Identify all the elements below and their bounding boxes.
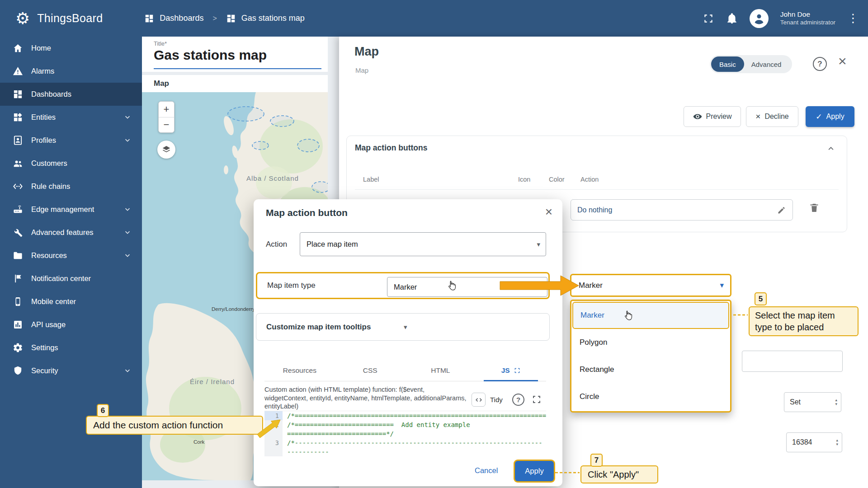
partial-input-field[interactable] xyxy=(742,351,843,372)
column-label: Label xyxy=(363,176,379,183)
sidebar-item-notification-center[interactable]: Notification center xyxy=(0,267,142,290)
count-stepper[interactable]: 16384 ▴▾ xyxy=(786,432,842,452)
editor-tabs: Resources CSS HTML JS xyxy=(264,360,546,381)
apply-button[interactable]: ✓ Apply xyxy=(806,106,854,127)
column-action: Action xyxy=(580,176,599,183)
tab-css[interactable]: CSS xyxy=(335,360,406,381)
user-name: John Doe xyxy=(780,10,835,19)
customize-tooltips-section[interactable]: Customize map item tooltips ▾ xyxy=(256,313,550,341)
sidebar-item-entities[interactable]: Entities xyxy=(0,106,142,129)
set-stepper[interactable]: Set ▴▾ xyxy=(784,392,841,412)
help-icon[interactable]: ? xyxy=(813,57,827,71)
sidebar-item-label: Resources xyxy=(31,251,123,260)
toggle-basic[interactable]: Basic xyxy=(711,56,744,72)
sidebar-item-dashboards[interactable]: Dashboards xyxy=(0,83,142,106)
customers-icon xyxy=(13,158,23,169)
close-icon[interactable]: × xyxy=(838,53,847,70)
settings-icon xyxy=(13,343,23,353)
code-line: 2/*========================== Add entity… xyxy=(264,420,546,438)
sidebar-item-profiles[interactable]: Profiles xyxy=(0,129,142,152)
sidebar-item-home[interactable]: Home xyxy=(0,37,142,60)
api-icon xyxy=(13,319,23,330)
sidebar-item-label: API usage xyxy=(31,320,132,329)
sidebar-item-security[interactable]: Security xyxy=(0,359,142,382)
check-icon: ✓ xyxy=(816,112,822,122)
sidebar-item-edge-management[interactable]: Edge management xyxy=(0,198,142,221)
dropdown-option-polygon[interactable]: Polygon xyxy=(572,329,729,356)
row-action-select[interactable]: Do nothing xyxy=(571,199,793,221)
tab-html[interactable]: HTML xyxy=(406,360,476,381)
breadcrumb: Dashboards > Gas stations map xyxy=(144,14,304,23)
user-info: John Doe Tenant administrator xyxy=(780,10,835,26)
dropdown-option-circle[interactable]: Circle xyxy=(572,383,729,410)
dialog-apply-button[interactable]: Apply xyxy=(515,461,554,481)
sidebar-item-label: Profiles xyxy=(31,136,123,145)
more-menu-icon[interactable]: ⋮ xyxy=(847,11,856,25)
close-icon[interactable]: × xyxy=(545,205,552,219)
breadcrumb-dashboards[interactable]: Dashboards xyxy=(160,14,203,23)
chevron-down-icon xyxy=(123,251,132,260)
sidebar-item-resources[interactable]: Resources xyxy=(0,244,142,267)
avatar[interactable] xyxy=(750,9,769,28)
sidebar-item-advanced-features[interactable]: Advanced features xyxy=(0,221,142,244)
dropdown-option-rectangle[interactable]: Rectangle xyxy=(572,356,729,383)
pencil-icon[interactable] xyxy=(777,206,786,215)
cancel-button[interactable]: Cancel xyxy=(475,466,498,475)
breadcrumb-current: Gas stations map xyxy=(241,14,305,23)
map-zoom-control: + − xyxy=(158,101,175,133)
collapse-chevron-icon[interactable] xyxy=(826,143,836,153)
trash-icon[interactable] xyxy=(809,202,820,214)
code-text: /*======================================… xyxy=(283,411,546,420)
tab-resources[interactable]: Resources xyxy=(264,360,335,381)
toggle-advanced[interactable]: Advanced xyxy=(744,61,789,68)
sidebar-item-customers[interactable]: Customers xyxy=(0,152,142,175)
sidebar-item-alarms[interactable]: Alarms xyxy=(0,60,142,83)
code-line: 3/*-------------------------------------… xyxy=(264,438,546,456)
step-note-6: Add the custom action function xyxy=(86,416,263,435)
preview-button[interactable]: Preview xyxy=(684,106,741,127)
home-icon xyxy=(13,43,23,53)
tab-js[interactable]: JS xyxy=(476,360,546,381)
chevron-down-icon xyxy=(123,113,132,122)
column-icon: Icon xyxy=(518,176,530,183)
sidebar-item-label: Entities xyxy=(31,113,123,122)
zoom-in-button[interactable]: + xyxy=(159,102,174,117)
fullscreen-icon[interactable] xyxy=(703,13,714,24)
decline-button[interactable]: × Decline xyxy=(746,106,798,127)
fullscreen-editor-icon[interactable] xyxy=(531,394,542,405)
map-item-type-select[interactable]: Marker ▾ xyxy=(570,274,731,297)
entities-icon xyxy=(13,112,23,122)
sidebar-item-settings[interactable]: Settings xyxy=(0,336,142,359)
notifications-bell-icon[interactable] xyxy=(726,13,738,24)
help-icon[interactable]: ? xyxy=(512,394,524,406)
action-select[interactable]: Place map item ▾ xyxy=(300,232,546,256)
sidebar-item-label: Notification center xyxy=(31,274,132,283)
thingsboard-app: ⚙ ThingsBoard Dashboards > Gas stations … xyxy=(0,0,868,488)
code-editor[interactable]: 1/*=====================================… xyxy=(264,411,546,459)
map-layers-button[interactable] xyxy=(157,141,175,159)
action-label: Action xyxy=(266,240,287,249)
stepper-arrows-icon[interactable]: ▴▾ xyxy=(836,438,838,446)
user-role: Tenant administrator xyxy=(780,19,835,27)
sidebar-item-label: Advanced features xyxy=(31,228,123,237)
advanced-icon xyxy=(13,227,23,238)
profiles-icon xyxy=(13,135,23,145)
tidy-button[interactable]: Tidy xyxy=(490,396,503,404)
stepper-arrows-icon[interactable]: ▴▾ xyxy=(835,398,837,406)
code-toggle-button[interactable] xyxy=(472,393,486,407)
sidebar-item-rule-chains[interactable]: Rule chains xyxy=(0,175,142,198)
code-text: /*--------------------------------------… xyxy=(283,438,546,456)
map-item-type-combobox[interactable]: Marker ▾ xyxy=(387,277,547,297)
caret-down-icon: ▾ xyxy=(538,283,542,291)
sidebar-item-label: Mobile center xyxy=(31,297,132,306)
mobile-icon xyxy=(13,296,23,307)
chevron-down-icon xyxy=(123,136,132,145)
zoom-out-button[interactable]: − xyxy=(159,117,174,133)
sidebar-item-api-usage[interactable]: API usage xyxy=(0,313,142,336)
dashboard-title-input[interactable]: Gas stations map xyxy=(154,47,267,63)
rule-chains-icon xyxy=(13,181,23,192)
dropdown-option-marker[interactable]: Marker xyxy=(572,302,729,329)
sidebar-item-mobile-center[interactable]: Mobile center xyxy=(0,290,142,313)
line-number: 3 xyxy=(264,438,283,456)
caret-down-icon: ▾ xyxy=(537,240,540,249)
